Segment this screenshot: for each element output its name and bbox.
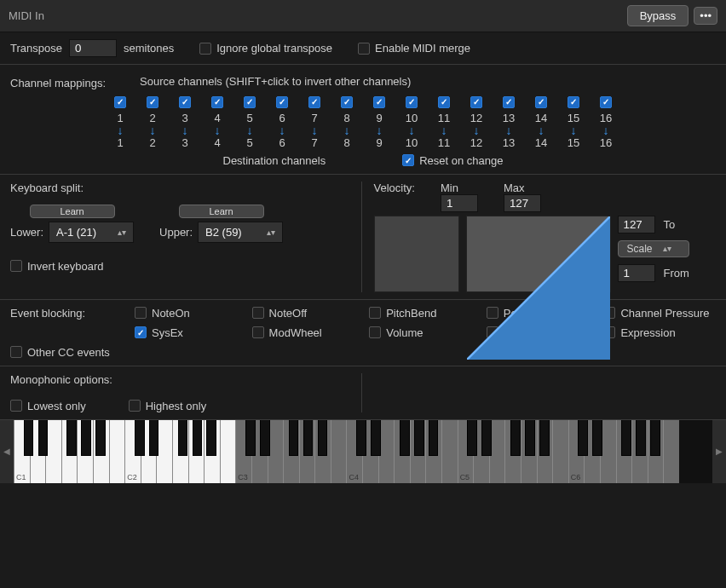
- dest-channel-10-select[interactable]: 10: [395, 136, 428, 149]
- dest-channel-6-select[interactable]: 6: [266, 136, 298, 149]
- white-key[interactable]: [441, 420, 458, 483]
- dest-channel-1-select[interactable]: 1: [104, 136, 136, 149]
- velocity-to-input[interactable]: [618, 216, 655, 233]
- dest-channel-15-select[interactable]: 15: [557, 136, 590, 149]
- source-channel-1-checkbox[interactable]: [114, 96, 126, 108]
- dest-channel-9-select[interactable]: 9: [363, 136, 395, 149]
- white-key[interactable]: [537, 420, 553, 483]
- white-key[interactable]: [314, 420, 331, 483]
- white-key[interactable]: C2: [124, 420, 141, 483]
- velocity-min-input[interactable]: [441, 194, 478, 212]
- white-key[interactable]: [268, 420, 284, 483]
- eb-volume-checkbox[interactable]: Volume: [369, 326, 481, 339]
- keyboard-scroll-right[interactable]: ▶: [712, 420, 726, 483]
- source-channel-3-checkbox[interactable]: [179, 96, 191, 108]
- white-key[interactable]: [425, 420, 441, 483]
- upper-select[interactable]: B2 (59) ▴▾: [198, 222, 283, 243]
- white-key[interactable]: C5: [458, 420, 474, 483]
- lowest-only-checkbox[interactable]: Lowest only: [10, 400, 86, 412]
- white-key[interactable]: [45, 420, 61, 483]
- lower-select[interactable]: A-1 (21) ▴▾: [49, 222, 134, 243]
- eb-pitchbend-checkbox[interactable]: PitchBend: [369, 307, 481, 320]
- source-channel-13-checkbox[interactable]: [503, 96, 515, 108]
- white-key[interactable]: [394, 420, 410, 483]
- dest-channel-3-select[interactable]: 3: [169, 136, 201, 149]
- white-key[interactable]: C6: [568, 420, 585, 483]
- white-key[interactable]: [473, 420, 489, 483]
- enable-merge-checkbox[interactable]: Enable MIDI merge: [358, 42, 470, 55]
- white-key[interactable]: C3: [235, 420, 251, 483]
- white-key[interactable]: [204, 420, 220, 483]
- velocity-from-input[interactable]: [618, 264, 655, 282]
- white-key[interactable]: [141, 420, 157, 483]
- velocity-curve-mode-select[interactable]: Scale ▴▾: [618, 240, 689, 257]
- white-key[interactable]: [251, 420, 268, 483]
- white-key[interactable]: [299, 420, 315, 483]
- upper-learn-button[interactable]: Learn: [179, 205, 264, 218]
- dest-channel-5-select[interactable]: 5: [233, 136, 266, 149]
- dest-channel-16-select[interactable]: 16: [590, 136, 622, 149]
- lower-learn-button[interactable]: Learn: [30, 205, 115, 218]
- dest-channel-7-select[interactable]: 7: [298, 136, 331, 149]
- white-key[interactable]: [504, 420, 521, 483]
- white-key[interactable]: [584, 420, 600, 483]
- dest-channel-11-select[interactable]: 11: [428, 136, 460, 149]
- white-key[interactable]: [521, 420, 537, 483]
- source-channel-5-checkbox[interactable]: [244, 96, 256, 108]
- white-key[interactable]: C1: [14, 420, 30, 483]
- dest-channel-12-select[interactable]: 12: [460, 136, 493, 149]
- eb-noteon-checkbox[interactable]: NoteOn: [135, 307, 247, 320]
- white-key[interactable]: [631, 420, 648, 483]
- dest-channel-13-select[interactable]: 13: [493, 136, 525, 149]
- eb-expression-checkbox[interactable]: Expression: [603, 326, 716, 339]
- source-channel-7-checkbox[interactable]: [308, 96, 320, 108]
- dest-channel-14-select[interactable]: 14: [525, 136, 557, 149]
- eb-other-cc-events-checkbox[interactable]: Other CC events: [10, 346, 130, 359]
- white-key[interactable]: [600, 420, 616, 483]
- eb-sysex-checkbox[interactable]: SysEx: [135, 326, 247, 339]
- bypass-button[interactable]: Bypass: [627, 5, 689, 26]
- highest-only-checkbox[interactable]: Highest only: [129, 400, 207, 412]
- white-key[interactable]: [93, 420, 109, 483]
- invert-keyboard-checkbox[interactable]: Invert keyboard: [10, 260, 104, 273]
- white-key[interactable]: [109, 420, 125, 483]
- source-channel-12-checkbox[interactable]: [470, 96, 482, 108]
- white-key[interactable]: [489, 420, 505, 483]
- eb-noteoff-checkbox[interactable]: NoteOff: [252, 307, 365, 320]
- eb-modwheel-checkbox[interactable]: ModWheel: [252, 326, 365, 339]
- transpose-input[interactable]: [69, 39, 117, 57]
- white-key[interactable]: [61, 420, 78, 483]
- white-key[interactable]: [616, 420, 632, 483]
- source-channel-10-checkbox[interactable]: [406, 96, 418, 108]
- menu-button[interactable]: •••: [694, 7, 717, 25]
- white-key[interactable]: [172, 420, 188, 483]
- source-channel-2-checkbox[interactable]: [147, 96, 158, 108]
- white-key[interactable]: [77, 420, 93, 483]
- source-channel-16-checkbox[interactable]: [600, 96, 612, 108]
- white-key[interactable]: [188, 420, 205, 483]
- eb-channel-pressure-checkbox[interactable]: Channel Pressure: [603, 307, 716, 320]
- white-key[interactable]: [362, 420, 378, 483]
- white-key[interactable]: [30, 420, 46, 483]
- white-key[interactable]: [331, 420, 347, 483]
- source-channel-8-checkbox[interactable]: [341, 96, 353, 108]
- white-key[interactable]: [220, 420, 236, 483]
- ignore-global-checkbox[interactable]: Ignore global transpose: [199, 42, 332, 55]
- source-channel-11-checkbox[interactable]: [438, 96, 450, 108]
- keyboard-scroll-left[interactable]: ◀: [0, 420, 14, 483]
- source-channel-14-checkbox[interactable]: [535, 96, 547, 108]
- source-channel-4-checkbox[interactable]: [211, 96, 223, 108]
- white-key[interactable]: [552, 420, 568, 483]
- velocity-curve[interactable]: [466, 216, 611, 292]
- velocity-max-input[interactable]: [504, 194, 541, 212]
- reset-on-change-checkbox[interactable]: Reset on change: [402, 154, 503, 167]
- white-key[interactable]: [378, 420, 395, 483]
- white-key[interactable]: [648, 420, 664, 483]
- white-key[interactable]: [156, 420, 172, 483]
- white-key[interactable]: [283, 420, 299, 483]
- source-channel-6-checkbox[interactable]: [276, 96, 288, 108]
- source-channel-15-checkbox[interactable]: [568, 96, 579, 108]
- dest-channel-2-select[interactable]: 2: [136, 136, 169, 149]
- white-key[interactable]: [410, 420, 426, 483]
- dest-channel-4-select[interactable]: 4: [201, 136, 233, 149]
